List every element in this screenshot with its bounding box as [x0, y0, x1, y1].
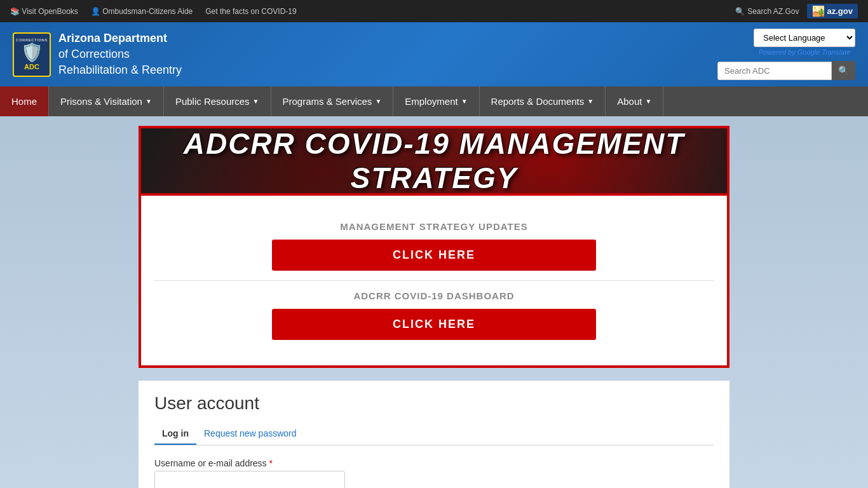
username-label: Username or e-mail address *: [154, 458, 714, 468]
search-icon: 🔍: [735, 7, 745, 16]
nav-item-public-resources[interactable]: Public Resources ▼: [164, 86, 271, 116]
org-name: Arizona Department of Corrections Rehabi…: [58, 30, 182, 79]
org-line3: Rehabilitation & Reentry: [58, 62, 182, 78]
account-tabs: Log in Request new password: [154, 423, 714, 445]
shield-icon: 🛡️: [21, 42, 43, 63]
search-az-link[interactable]: 🔍 Search AZ.Gov: [735, 7, 799, 16]
main-nav: Home Prisons & Visitation ▼ Public Resou…: [0, 86, 868, 116]
translate-label: Translate: [822, 48, 850, 56]
nav-item-employment[interactable]: Employment ▼: [393, 86, 479, 116]
covid-box-inner: MANAGEMENT STRATEGY UPDATES CLICK HERE A…: [139, 196, 729, 368]
covid-facts-link[interactable]: Get the facts on COVID-19: [205, 7, 296, 16]
adc-logo: CORRECTIONS 🛡️ ADC: [13, 32, 51, 77]
ombudsman-link[interactable]: 👤 Ombudsman-Citizens Aide: [91, 7, 193, 16]
chevron-down-icon: ▼: [375, 98, 381, 105]
covid-section-management: MANAGEMENT STRATEGY UPDATES CLICK HERE: [154, 212, 714, 280]
covid-banner-wrapper: ADCRR COVID-19 MANAGEMENT STRATEGY: [129, 116, 739, 196]
language-select[interactable]: Select Language English Español Français: [754, 29, 855, 47]
search-button[interactable]: 🔍: [832, 61, 855, 80]
covid-banner-background: ADCRR COVID-19 MANAGEMENT STRATEGY: [141, 128, 727, 193]
search-area: 🔍: [717, 61, 855, 80]
tab-log-in[interactable]: Log in: [154, 423, 196, 445]
person-icon: 👤: [91, 7, 100, 16]
top-bar-right: 🔍 Search AZ.Gov 🏜️ az.gov: [735, 4, 858, 18]
search-input[interactable]: [717, 62, 832, 80]
logo-area: CORRECTIONS 🛡️ ADC Arizona Department of…: [13, 30, 182, 79]
covid-banner: ADCRR COVID-19 MANAGEMENT STRATEGY: [139, 126, 729, 196]
site-header: CORRECTIONS 🛡️ ADC Arizona Department of…: [0, 22, 868, 86]
covid-section-dashboard: ADCRR COVID-19 DASHBOARD CLICK HERE: [154, 280, 714, 349]
user-account-section: User account Log in Request new password…: [129, 381, 739, 488]
main-content: ADCRR COVID-19 MANAGEMENT STRATEGY MANAG…: [0, 116, 868, 488]
username-input[interactable]: [154, 471, 345, 488]
nav-item-about[interactable]: About ▼: [606, 86, 663, 116]
covid-banner-title: ADCRR COVID-19 MANAGEMENT STRATEGY: [141, 126, 727, 195]
az-flag-icon: 🏜️: [812, 5, 825, 17]
az-gov-badge: 🏜️ az.gov: [807, 4, 858, 18]
covid-dashboard-click-button[interactable]: CLICK HERE: [272, 309, 596, 340]
chevron-down-icon: ▼: [645, 98, 651, 105]
management-strategy-click-button[interactable]: CLICK HERE: [272, 240, 596, 271]
powered-by-google: Powered by Google Translate: [759, 48, 851, 56]
required-indicator: *: [269, 458, 273, 468]
nav-item-reports-documents[interactable]: Reports & Documents ▼: [480, 86, 606, 116]
chevron-down-icon: ▼: [461, 98, 468, 105]
top-bar-left: 📚 Visit OpenBooks 👤 Ombudsman-Citizens A…: [10, 7, 297, 16]
tab-request-password[interactable]: Request new password: [196, 423, 304, 445]
nav-item-home[interactable]: Home: [0, 86, 49, 116]
covid-content-box: MANAGEMENT STRATEGY UPDATES CLICK HERE A…: [129, 196, 739, 368]
chevron-down-icon: ▼: [587, 98, 593, 105]
chevron-down-icon: ▼: [253, 98, 259, 105]
adc-label: ADC: [24, 63, 39, 71]
top-bar: 📚 Visit OpenBooks 👤 Ombudsman-Citizens A…: [0, 0, 868, 22]
header-right: Select Language English Español Français…: [717, 29, 855, 80]
visit-openbooks-link[interactable]: 📚 Visit OpenBooks: [10, 7, 78, 16]
org-line1: Arizona Department: [58, 30, 182, 46]
google-label: Google: [797, 48, 822, 56]
nav-item-programs-services[interactable]: Programs & Services ▼: [271, 86, 394, 116]
username-field-container: Username or e-mail address * Enter your …: [154, 458, 714, 488]
language-select-container: Select Language English Español Français…: [754, 29, 855, 56]
chevron-down-icon: ▼: [146, 98, 152, 105]
book-icon: 📚: [10, 7, 20, 16]
nav-item-prisons[interactable]: Prisons & Visitation ▼: [49, 86, 164, 116]
management-strategy-label: MANAGEMENT STRATEGY UPDATES: [154, 221, 714, 232]
org-line2: of Corrections: [58, 46, 182, 62]
user-account-box: User account Log in Request new password…: [139, 381, 729, 488]
user-account-title: User account: [154, 393, 714, 414]
covid-dashboard-label: ADCRR COVID-19 DASHBOARD: [154, 290, 714, 301]
